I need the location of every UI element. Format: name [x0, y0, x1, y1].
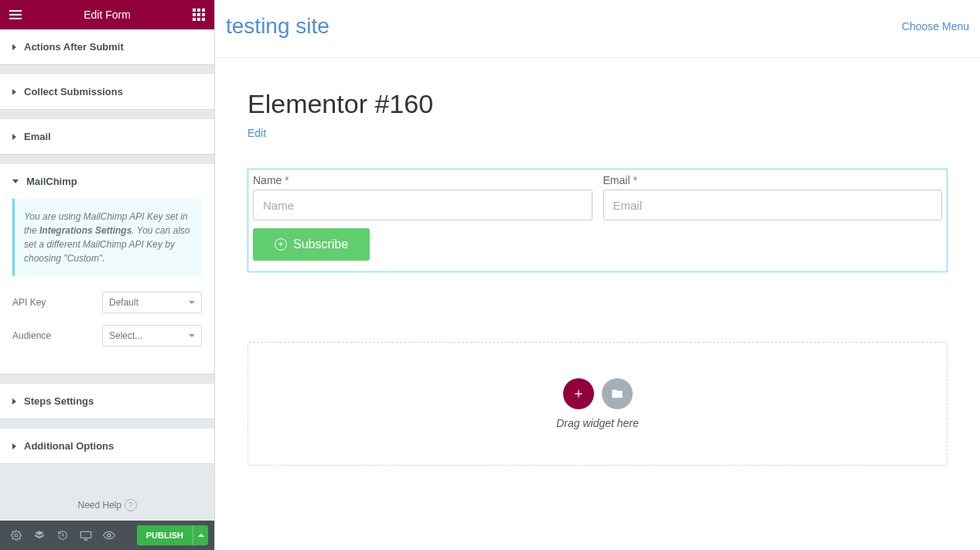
section-actions: Actions After Submit — [0, 29, 214, 65]
section-header-email[interactable]: Email — [0, 119, 214, 154]
section-header-mailchimp[interactable]: MailChimp — [0, 164, 214, 199]
name-input[interactable] — [253, 190, 592, 220]
select-value: Select... — [109, 330, 142, 341]
control-api-key: API Key Default — [12, 292, 202, 313]
publish-label: PUBLISH — [137, 531, 193, 540]
plus-circle-icon: + — [275, 238, 287, 251]
section-label: Actions After Submit — [24, 41, 124, 53]
section-steps: Steps Settings — [0, 384, 214, 419]
page-title: Elementor #160 — [248, 89, 948, 119]
chevron-right-icon — [12, 44, 16, 50]
drop-text: Drag widget here — [556, 417, 639, 429]
chevron-right-icon — [12, 443, 16, 449]
section-header-additional[interactable]: Additional Options — [0, 429, 214, 463]
panel-header: Edit Form — [0, 0, 214, 29]
section-label: Steps Settings — [24, 395, 94, 407]
history-icon[interactable] — [53, 525, 73, 545]
api-key-select[interactable]: Default — [102, 292, 202, 313]
responsive-icon[interactable] — [76, 525, 96, 545]
chevron-up-icon — [198, 534, 204, 537]
publish-dropdown[interactable] — [193, 525, 208, 545]
help-icon: ? — [125, 499, 137, 511]
settings-icon[interactable] — [6, 525, 26, 545]
preview-canvas: testing site Choose Menu Elementor #160 … — [215, 0, 980, 550]
panel-body: Actions After Submit Collect Submissions… — [0, 29, 214, 521]
chevron-right-icon — [12, 398, 16, 405]
section-header-collect[interactable]: Collect Submissions — [0, 74, 214, 109]
svg-point-4 — [108, 534, 111, 537]
svg-point-0 — [15, 534, 18, 537]
audience-label: Audience — [12, 330, 102, 341]
email-input[interactable] — [603, 190, 943, 220]
help-row[interactable]: Need Help ? — [0, 499, 214, 511]
chevron-right-icon — [12, 134, 16, 140]
help-label: Need Help — [77, 500, 121, 511]
publish-button[interactable]: PUBLISH — [137, 525, 208, 545]
form-col-email: Email * — [603, 174, 943, 220]
section-collect: Collect Submissions — [0, 74, 214, 110]
add-section-button[interactable] — [563, 378, 594, 409]
site-header: testing site Choose Menu — [215, 0, 980, 58]
menu-icon[interactable] — [8, 7, 23, 22]
navigator-icon[interactable] — [29, 525, 50, 545]
edit-link[interactable]: Edit — [248, 127, 266, 139]
choose-menu-link[interactable]: Choose Menu — [902, 20, 969, 32]
name-label: Name * — [253, 174, 289, 186]
subscribe-label: Subscribe — [293, 237, 348, 251]
section-body-mailchimp: You are using MailChimp API Key set in t… — [0, 199, 214, 374]
panel-title: Edit Form — [23, 9, 191, 21]
chevron-right-icon — [12, 89, 16, 95]
form-widget[interactable]: Name * Email * + Subscribe — [248, 169, 948, 272]
section-header-actions[interactable]: Actions After Submit — [0, 29, 214, 64]
section-additional: Additional Options — [0, 429, 214, 464]
label-text: Email — [603, 174, 630, 186]
select-value: Default — [109, 297, 138, 308]
section-mailchimp: MailChimp You are using MailChimp API Ke… — [0, 164, 214, 374]
site-title[interactable]: testing site — [226, 14, 330, 39]
section-header-steps[interactable]: Steps Settings — [0, 384, 214, 418]
svg-rect-1 — [80, 531, 90, 538]
chevron-down-icon — [189, 334, 195, 337]
section-label: MailChimp — [26, 176, 77, 187]
section-label: Email — [24, 131, 51, 142]
info-bold: Integrations Settings — [39, 225, 131, 236]
subscribe-button[interactable]: + Subscribe — [253, 228, 370, 261]
form-col-name: Name * — [253, 174, 592, 220]
drop-zone[interactable]: Drag widget here — [248, 342, 948, 466]
panel-footer: PUBLISH — [0, 521, 214, 550]
label-text: Name — [253, 174, 282, 186]
required-mark: * — [633, 174, 637, 186]
chevron-down-icon — [12, 179, 19, 183]
template-library-button[interactable] — [602, 378, 633, 409]
section-email: Email — [0, 119, 214, 155]
chevron-down-icon — [189, 301, 195, 304]
section-label: Additional Options — [24, 440, 114, 452]
section-label: Collect Submissions — [24, 86, 123, 97]
apps-icon[interactable] — [191, 7, 207, 22]
preview-icon[interactable] — [99, 525, 119, 545]
control-audience: Audience Select... — [12, 325, 202, 347]
drop-buttons — [563, 378, 633, 409]
api-key-label: API Key — [12, 297, 102, 308]
audience-select[interactable]: Select... — [102, 325, 202, 347]
form-row: Name * Email * — [248, 174, 947, 220]
editor-sidebar: Edit Form Actions After Submit Collect S… — [0, 0, 215, 550]
email-label: Email * — [603, 174, 637, 186]
mailchimp-info: You are using MailChimp API Key set in t… — [12, 199, 202, 276]
required-mark: * — [285, 174, 289, 186]
page-content: Elementor #160 Edit Name * Email * + Sub… — [215, 58, 980, 497]
